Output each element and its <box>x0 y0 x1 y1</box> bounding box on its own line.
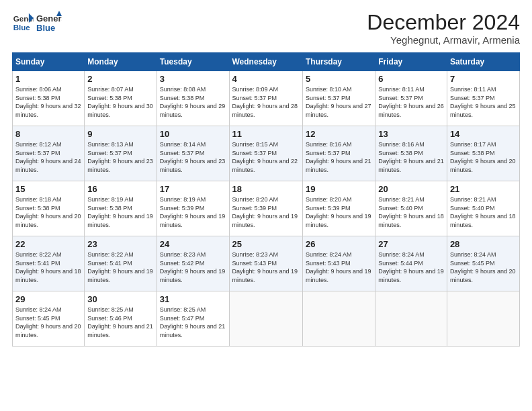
day-info: Sunrise: 8:17 AM Sunset: 5:38 PM Dayligh… <box>450 140 517 174</box>
day-number: 23 <box>87 239 153 249</box>
day-info: Sunrise: 8:19 AM Sunset: 5:38 PM Dayligh… <box>87 195 153 229</box>
calendar-cell: 18 Sunrise: 8:20 AM Sunset: 5:39 PM Dayl… <box>229 181 302 236</box>
day-info: Sunrise: 8:22 AM Sunset: 5:41 PM Dayligh… <box>15 250 81 284</box>
day-info: Sunrise: 8:22 AM Sunset: 5:41 PM Dayligh… <box>87 250 153 284</box>
calendar-cell: 26 Sunrise: 8:24 AM Sunset: 5:43 PM Dayl… <box>302 236 375 291</box>
day-number: 15 <box>15 184 81 194</box>
logo: General Blue General Blue <box>12 11 62 35</box>
calendar-cell: 2 Sunrise: 8:07 AM Sunset: 5:38 PM Dayli… <box>85 71 157 126</box>
calendar-cell: 28 Sunrise: 8:24 AM Sunset: 5:45 PM Dayl… <box>447 236 519 291</box>
day-info: Sunrise: 8:06 AM Sunset: 5:38 PM Dayligh… <box>15 85 81 119</box>
day-number: 13 <box>378 129 444 139</box>
logo-icon: General Blue <box>12 12 34 34</box>
day-number: 28 <box>450 239 517 249</box>
calendar-cell: 21 Sunrise: 8:21 AM Sunset: 5:40 PM Dayl… <box>447 181 519 236</box>
calendar-cell: 16 Sunrise: 8:19 AM Sunset: 5:38 PM Dayl… <box>85 181 157 236</box>
day-info: Sunrise: 8:18 AM Sunset: 5:38 PM Dayligh… <box>15 195 81 229</box>
day-info: Sunrise: 8:11 AM Sunset: 5:37 PM Dayligh… <box>378 85 444 119</box>
day-info: Sunrise: 8:24 AM Sunset: 5:43 PM Dayligh… <box>306 250 372 284</box>
day-info: Sunrise: 8:23 AM Sunset: 5:42 PM Dayligh… <box>160 250 226 284</box>
calendar-header-row: SundayMondayTuesdayWednesdayThursdayFrid… <box>13 53 520 71</box>
calendar-header-sunday: Sunday <box>13 53 85 71</box>
day-number: 14 <box>450 129 517 139</box>
calendar-cell <box>302 291 375 347</box>
day-info: Sunrise: 8:12 AM Sunset: 5:37 PM Dayligh… <box>15 140 81 174</box>
month-title: December 2024 <box>367 11 520 34</box>
calendar-cell: 9 Sunrise: 8:13 AM Sunset: 5:37 PM Dayli… <box>85 126 157 181</box>
day-number: 9 <box>87 129 153 139</box>
calendar-cell: 30 Sunrise: 8:25 AM Sunset: 5:46 PM Dayl… <box>85 291 157 347</box>
location: Yeghegnut, Armavir, Armenia <box>367 34 520 46</box>
calendar-cell: 3 Sunrise: 8:08 AM Sunset: 5:38 PM Dayli… <box>157 71 229 126</box>
calendar-cell <box>447 291 519 347</box>
calendar-cell: 15 Sunrise: 8:18 AM Sunset: 5:38 PM Dayl… <box>13 181 85 236</box>
day-info: Sunrise: 8:08 AM Sunset: 5:38 PM Dayligh… <box>160 85 226 119</box>
day-number: 10 <box>160 129 226 139</box>
day-number: 17 <box>160 184 226 194</box>
day-info: Sunrise: 8:16 AM Sunset: 5:37 PM Dayligh… <box>306 140 372 174</box>
calendar-cell: 10 Sunrise: 8:14 AM Sunset: 5:37 PM Dayl… <box>157 126 229 181</box>
calendar-header-thursday: Thursday <box>302 53 375 71</box>
day-number: 26 <box>306 239 372 249</box>
svg-text:Blue: Blue <box>13 24 31 32</box>
title-block: December 2024 Yeghegnut, Armavir, Armeni… <box>367 11 520 46</box>
day-info: Sunrise: 8:24 AM Sunset: 5:44 PM Dayligh… <box>378 250 444 284</box>
calendar-week-row: 15 Sunrise: 8:18 AM Sunset: 5:38 PM Dayl… <box>13 181 520 236</box>
day-info: Sunrise: 8:25 AM Sunset: 5:47 PM Dayligh… <box>160 306 226 339</box>
day-number: 24 <box>160 239 226 249</box>
day-number: 31 <box>160 294 226 304</box>
day-number: 12 <box>306 129 372 139</box>
calendar-header-wednesday: Wednesday <box>229 53 302 71</box>
calendar-cell: 31 Sunrise: 8:25 AM Sunset: 5:47 PM Dayl… <box>157 291 229 347</box>
day-info: Sunrise: 8:09 AM Sunset: 5:37 PM Dayligh… <box>232 85 300 119</box>
calendar-week-row: 29 Sunrise: 8:24 AM Sunset: 5:45 PM Dayl… <box>13 291 520 347</box>
day-info: Sunrise: 8:07 AM Sunset: 5:38 PM Dayligh… <box>87 85 153 119</box>
calendar-cell: 27 Sunrise: 8:24 AM Sunset: 5:44 PM Dayl… <box>375 236 447 291</box>
day-info: Sunrise: 8:14 AM Sunset: 5:37 PM Dayligh… <box>160 140 226 174</box>
calendar-header-friday: Friday <box>375 53 447 71</box>
calendar-week-row: 1 Sunrise: 8:06 AM Sunset: 5:38 PM Dayli… <box>13 71 520 126</box>
day-number: 19 <box>306 184 372 194</box>
day-info: Sunrise: 8:24 AM Sunset: 5:45 PM Dayligh… <box>450 250 517 284</box>
day-number: 18 <box>232 184 300 194</box>
day-number: 29 <box>15 294 81 304</box>
day-info: Sunrise: 8:21 AM Sunset: 5:40 PM Dayligh… <box>450 195 517 229</box>
day-info: Sunrise: 8:25 AM Sunset: 5:46 PM Dayligh… <box>87 306 153 339</box>
calendar-cell: 7 Sunrise: 8:11 AM Sunset: 5:37 PM Dayli… <box>447 71 519 126</box>
day-number: 30 <box>87 294 153 304</box>
day-info: Sunrise: 8:16 AM Sunset: 5:38 PM Dayligh… <box>378 140 444 174</box>
day-number: 4 <box>232 74 300 84</box>
calendar-week-row: 8 Sunrise: 8:12 AM Sunset: 5:37 PM Dayli… <box>13 126 520 181</box>
page: General Blue General Blue December 2024 … <box>0 0 532 411</box>
logo-bird-icon: General Blue <box>36 11 62 35</box>
day-info: Sunrise: 8:10 AM Sunset: 5:37 PM Dayligh… <box>306 85 372 119</box>
day-number: 11 <box>232 129 300 139</box>
day-number: 8 <box>15 129 81 139</box>
day-info: Sunrise: 8:20 AM Sunset: 5:39 PM Dayligh… <box>232 195 300 229</box>
day-info: Sunrise: 8:19 AM Sunset: 5:39 PM Dayligh… <box>160 195 226 229</box>
calendar-cell: 23 Sunrise: 8:22 AM Sunset: 5:41 PM Dayl… <box>85 236 157 291</box>
day-number: 1 <box>15 74 81 84</box>
calendar-cell: 22 Sunrise: 8:22 AM Sunset: 5:41 PM Dayl… <box>13 236 85 291</box>
calendar-header-saturday: Saturday <box>447 53 519 71</box>
day-info: Sunrise: 8:15 AM Sunset: 5:37 PM Dayligh… <box>232 140 300 174</box>
calendar-cell: 4 Sunrise: 8:09 AM Sunset: 5:37 PM Dayli… <box>229 71 302 126</box>
calendar-cell: 24 Sunrise: 8:23 AM Sunset: 5:42 PM Dayl… <box>157 236 229 291</box>
calendar-cell: 13 Sunrise: 8:16 AM Sunset: 5:38 PM Dayl… <box>375 126 447 181</box>
day-number: 25 <box>232 239 300 249</box>
calendar-cell <box>229 291 302 347</box>
calendar-cell: 19 Sunrise: 8:20 AM Sunset: 5:39 PM Dayl… <box>302 181 375 236</box>
calendar-cell: 8 Sunrise: 8:12 AM Sunset: 5:37 PM Dayli… <box>13 126 85 181</box>
day-info: Sunrise: 8:13 AM Sunset: 5:37 PM Dayligh… <box>87 140 153 174</box>
calendar-cell: 25 Sunrise: 8:23 AM Sunset: 5:43 PM Dayl… <box>229 236 302 291</box>
calendar-header-tuesday: Tuesday <box>157 53 229 71</box>
day-info: Sunrise: 8:21 AM Sunset: 5:40 PM Dayligh… <box>378 195 444 229</box>
calendar-cell: 12 Sunrise: 8:16 AM Sunset: 5:37 PM Dayl… <box>302 126 375 181</box>
calendar-cell: 11 Sunrise: 8:15 AM Sunset: 5:37 PM Dayl… <box>229 126 302 181</box>
day-number: 6 <box>378 74 444 84</box>
calendar-cell: 17 Sunrise: 8:19 AM Sunset: 5:39 PM Dayl… <box>157 181 229 236</box>
day-number: 16 <box>87 184 153 194</box>
svg-text:Blue: Blue <box>36 23 55 33</box>
calendar-cell: 29 Sunrise: 8:24 AM Sunset: 5:45 PM Dayl… <box>13 291 85 347</box>
day-info: Sunrise: 8:23 AM Sunset: 5:43 PM Dayligh… <box>232 250 300 284</box>
